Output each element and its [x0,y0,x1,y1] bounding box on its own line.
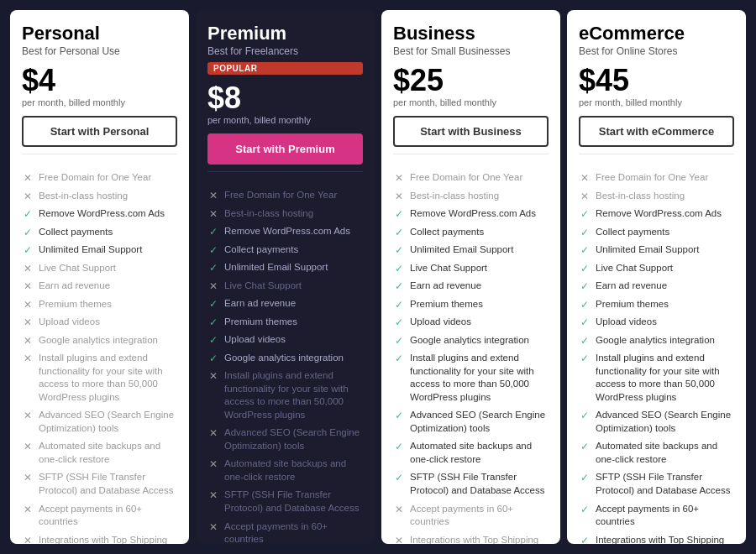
feature-text: Integrations with Top Shipping Carriers [39,534,177,544]
feature-item: ✕Accept payments in 60+ countries [22,503,177,529]
check-icon: ✓ [393,410,405,421]
plan-name-business: Business [393,24,549,44]
feature-item: ✓Unlimited Email Support [393,243,549,257]
plan-subtitle-ecommerce: Best for Online Stores [579,45,734,57]
plan-card-personal: PersonalBest for Personal Use$4per month… [10,10,189,544]
feature-text: Earn ad revenue [39,280,110,293]
feature-text: Remove WordPress.com Ads [410,207,536,221]
feature-text: Accept payments in 60+ countries [596,503,734,529]
plan-card-premium: PremiumBest for FreelancersPOPULAR$8per … [196,10,375,544]
feature-text: Premium themes [39,298,112,311]
feature-item: ✕Best-in-class hosting [22,190,177,203]
cross-icon: ✕ [393,191,405,202]
feature-text: Automated site backups and one-click res… [224,457,363,483]
check-icon: ✓ [579,208,591,220]
cross-icon: ✕ [207,190,219,201]
feature-text: Unlimited Email Support [410,243,513,257]
price-amount-premium: $8 [207,83,363,113]
check-icon: ✓ [207,353,219,364]
feature-text: Install plugins and extend functionality… [39,352,177,404]
check-icon: ✓ [579,316,591,328]
price-period-ecommerce: per month, billed monthly [579,97,734,107]
cta-button-ecommerce[interactable]: Start with eCommerce [579,116,734,147]
feature-item: ✓Collect payments [393,226,549,239]
feature-item: ✓Upload videos [393,316,549,329]
feature-text: Remove WordPress.com Ads [596,207,722,221]
feature-item: ✕Accept payments in 60+ countries [207,520,363,545]
cta-button-business[interactable]: Start with Business [393,116,549,147]
check-icon: ✓ [393,472,405,483]
feature-text: Install plugins and extend functionality… [224,369,363,421]
feature-text: Automated site backups and one-click res… [410,440,549,466]
cross-icon: ✕ [22,299,34,311]
feature-item: ✕Advanced SEO (Search Engine Optimizatio… [22,409,177,435]
feature-item: ✓Collect payments [22,226,177,239]
cta-button-premium[interactable]: Start with Premium [207,133,363,165]
cross-icon: ✕ [22,535,34,544]
feature-text: Live Chat Support [39,262,116,275]
feature-text: Best-in-class hosting [410,190,499,203]
feature-text: Advanced SEO (Search Engine Optimization… [224,426,363,452]
feature-item: ✓SFTP (SSH File Transfer Protocol) and D… [393,471,549,497]
feature-text: Best-in-class hosting [224,207,313,221]
feature-item: ✓Remove WordPress.com Ads [22,207,177,221]
feature-item: ✓Unlimited Email Support [207,261,363,274]
feature-text: Earn ad revenue [224,297,296,311]
feature-text: Integrations with Top Shipping Carriers [596,534,734,544]
feature-item: ✓Live Chat Support [393,262,549,275]
feature-text: Free Domain for One Year [39,171,151,185]
feature-item: ✓SFTP (SSH File Transfer Protocol) and D… [579,471,734,497]
cross-icon: ✕ [22,191,34,202]
check-icon: ✓ [207,298,219,310]
feature-item: ✕Best-in-class hosting [207,207,363,221]
feature-item: ✓Automated site backups and one-click re… [579,440,734,466]
feature-text: Live Chat Support [596,262,673,275]
price-row-business: $25per month, billed monthly [393,65,549,107]
price-amount-personal: $4 [22,65,177,96]
check-icon: ✓ [207,334,219,346]
feature-item: ✕Advanced SEO (Search Engine Optimizatio… [207,426,363,452]
cross-icon: ✕ [22,441,34,452]
price-period-business: per month, billed monthly [393,97,549,107]
check-icon: ✓ [393,227,405,238]
cross-icon: ✕ [393,504,405,515]
price-period-personal: per month, billed monthly [22,97,177,107]
feature-text: Install plugins and extend functionality… [410,352,549,404]
check-icon: ✓ [579,335,591,347]
check-icon: ✓ [393,263,405,274]
cross-icon: ✕ [579,191,591,202]
features-list-personal: ✕Free Domain for One Year✕Best-in-class … [22,171,177,544]
cross-icon: ✕ [22,316,34,328]
feature-item: ✕Live Chat Support [22,262,177,275]
feature-text: Remove WordPress.com Ads [224,225,350,238]
feature-item: ✓Google analytics integration [393,334,549,348]
feature-text: Accept payments in 60+ countries [410,503,549,529]
feature-item: ✓Remove WordPress.com Ads [207,225,363,238]
cross-icon: ✕ [22,335,34,347]
check-icon: ✓ [393,353,405,364]
price-period-premium: per month, billed monthly [207,115,363,125]
feature-text: Upload videos [596,316,657,329]
plan-card-ecommerce: eCommerceBest for Online Stores$45per mo… [567,10,746,544]
feature-item: ✓Unlimited Email Support [22,243,177,257]
feature-item: ✓Advanced SEO (Search Engine Optimizatio… [393,409,549,435]
feature-item: ✕SFTP (SSH File Transfer Protocol) and D… [207,489,363,515]
cross-icon: ✕ [207,427,219,439]
feature-text: Upload videos [224,333,286,347]
feature-item: ✓Google analytics integration [207,352,363,365]
feature-text: Collect payments [596,226,669,239]
features-list-ecommerce: ✕Free Domain for One Year✕Best-in-class … [579,171,734,544]
feature-text: Premium themes [596,298,669,311]
cta-button-personal[interactable]: Start with Personal [22,116,177,147]
feature-item: ✓Upload videos [579,316,734,329]
feature-text: Advanced SEO (Search Engine Optimization… [410,409,549,435]
cross-icon: ✕ [22,172,34,184]
feature-text: Automated site backups and one-click res… [596,440,734,466]
section-divider [579,154,734,154]
check-icon: ✓ [579,410,591,421]
feature-item: ✓Collect payments [207,243,363,257]
cross-icon: ✕ [22,410,34,421]
cross-icon: ✕ [207,521,219,533]
feature-item: ✓Remove WordPress.com Ads [579,207,734,221]
feature-text: Accept payments in 60+ countries [224,520,363,545]
